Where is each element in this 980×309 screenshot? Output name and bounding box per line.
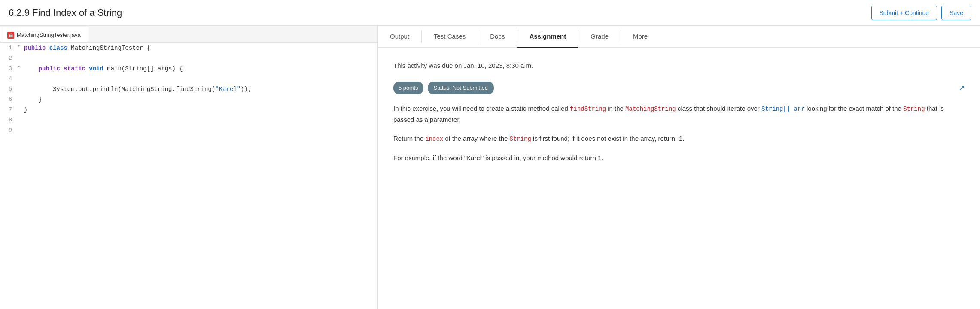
code-panel: ☕ MatchingStringTester.java 1 ▾ public c…	[0, 26, 378, 309]
submit-continue-button[interactable]: Submit + Continue	[871, 6, 937, 20]
code-line: 5 System.out.println(MatchingString.find…	[0, 84, 377, 94]
desc1-pre: In this exercise, you will need to creat…	[393, 105, 570, 112]
desc2-mid1: of the array where the	[443, 135, 509, 142]
line-number: 4	[0, 74, 15, 84]
code-line: 4	[0, 74, 377, 84]
line-content: public class MatchingStringTester {	[22, 43, 377, 53]
desc2-code1: index	[425, 136, 443, 142]
page-title: 6.2.9 Find Index of a String	[9, 7, 871, 18]
badges: 5 points Status: Not Submitted ↗	[393, 82, 965, 94]
code-line: 8	[0, 115, 377, 125]
code-editor[interactable]: 1 ▾ public class MatchingStringTester { …	[0, 43, 377, 309]
assignment-content: This activity was due on Jan. 10, 2023, …	[378, 48, 980, 309]
due-date: This activity was due on Jan. 10, 2023, …	[393, 60, 965, 71]
tab-docs[interactable]: Docs	[478, 26, 517, 48]
tab-assignment[interactable]: Assignment	[517, 26, 578, 48]
line-number: 6	[0, 94, 15, 105]
code-line: 2	[0, 53, 377, 64]
description-paragraph-3: For example, if the word “Karel” is pass…	[393, 152, 965, 164]
desc1-mid2: class that should iterate over	[676, 105, 761, 112]
code-line: 6 }	[0, 94, 377, 105]
line-gutter: ▾	[15, 43, 22, 48]
desc1-mid1: in the	[606, 105, 625, 112]
line-number: 3	[0, 64, 15, 74]
line-content: }	[22, 105, 377, 115]
desc2-end: is first found; if it does not exist in …	[531, 135, 685, 142]
description-paragraph-2: Return the index of the array where the …	[393, 133, 965, 145]
right-panel: Output Test Cases Docs Assignment Grade …	[378, 26, 980, 309]
description-paragraph-1: In this exercise, you will need to creat…	[393, 103, 965, 126]
line-content	[22, 74, 377, 84]
main-container: ☕ MatchingStringTester.java 1 ▾ public c…	[0, 26, 980, 309]
file-tab-label: MatchingStringTester.java	[17, 32, 81, 38]
points-badge: 5 points	[393, 82, 423, 94]
tab-test-cases[interactable]: Test Cases	[422, 26, 478, 48]
line-content	[22, 125, 377, 136]
desc2-code2: String	[509, 136, 531, 142]
line-number: 8	[0, 115, 15, 125]
line-content: }	[22, 94, 377, 105]
line-number: 7	[0, 105, 15, 115]
save-button[interactable]: Save	[941, 6, 971, 20]
desc1-code4: String	[903, 106, 925, 112]
code-line: 7 }	[0, 105, 377, 115]
header-actions: Submit + Continue Save	[871, 6, 972, 20]
file-tab-matching-string-tester[interactable]: ☕ MatchingStringTester.java	[0, 27, 88, 42]
desc1-code1: findString	[570, 106, 606, 112]
code-line: 3 ▾ public static void main(String[] arg…	[0, 64, 377, 74]
code-line: 9	[0, 125, 377, 136]
external-link-icon[interactable]: ↗	[959, 82, 965, 94]
desc1-mid3: looking for the exact match of the	[805, 105, 903, 112]
line-content: System.out.println(MatchingString.findSt…	[22, 84, 377, 94]
header: 6.2.9 Find Index of a String Submit + Co…	[0, 0, 980, 26]
tab-more[interactable]: More	[621, 26, 660, 48]
line-content	[22, 115, 377, 125]
line-content: public static void main(String[] args) {	[22, 64, 377, 74]
tab-output[interactable]: Output	[378, 26, 421, 48]
line-gutter: ▾	[15, 64, 22, 69]
java-icon: ☕	[7, 32, 14, 39]
file-tabs: ☕ MatchingStringTester.java	[0, 26, 377, 43]
tab-grade[interactable]: Grade	[578, 26, 621, 48]
line-number: 1	[0, 43, 15, 53]
desc2-pre: Return the	[393, 135, 425, 142]
line-number: 5	[0, 84, 15, 94]
tabs-bar: Output Test Cases Docs Assignment Grade …	[378, 26, 980, 48]
code-line: 1 ▾ public class MatchingStringTester {	[0, 43, 377, 53]
line-content	[22, 53, 377, 64]
line-number: 9	[0, 125, 15, 136]
desc1-code2: MatchingString	[625, 106, 676, 112]
line-number: 2	[0, 53, 15, 64]
desc1-code3: String[] arr	[761, 106, 805, 112]
status-badge: Status: Not Submitted	[428, 82, 494, 94]
